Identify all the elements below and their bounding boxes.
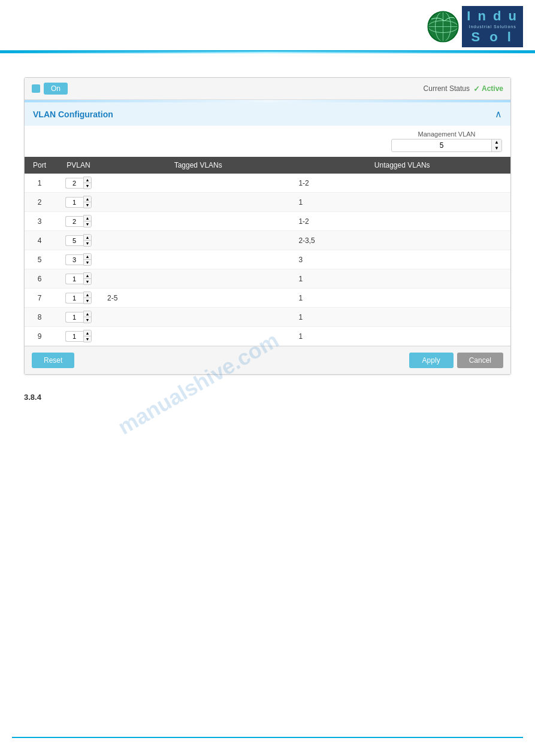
pvlan-input-6[interactable]: [65, 293, 83, 303]
pvlan-up-6[interactable]: ▲: [84, 292, 92, 298]
tagged-cell: [102, 231, 294, 250]
tagged-cell: [102, 250, 294, 269]
pvlan-down-8[interactable]: ▼: [84, 336, 92, 342]
port-cell: 6: [25, 269, 55, 289]
management-vlan-spinner-btns: ▲ ▼: [491, 139, 501, 151]
tagged-cell: [102, 212, 294, 231]
chevron-up-icon[interactable]: ∧: [495, 108, 502, 120]
col-pvlan: PVLAN: [55, 157, 102, 174]
tagged-cell: [102, 327, 294, 346]
check-icon: ✓: [473, 84, 480, 93]
port-cell: 7: [25, 289, 55, 308]
tagged-cell: [102, 174, 294, 193]
pvlan-cell: ▲ ▼: [55, 308, 102, 327]
table-row: 7 ▲ ▼ 2-51: [25, 289, 510, 308]
vlan-table: Port PVLAN Tagged VLANs Untagged VLANs 1…: [25, 157, 510, 346]
port-cell: 3: [25, 212, 55, 231]
page-content: On Current Status ✓ Active VLAN Configur…: [0, 53, 535, 414]
pvlan-up-8[interactable]: ▲: [84, 330, 92, 336]
table-row: 3 ▲ ▼ 1-2: [25, 212, 510, 231]
table-row: 9 ▲ ▼ 1: [25, 327, 510, 346]
pvlan-input-8[interactable]: [65, 331, 83, 342]
table-row: 6 ▲ ▼ 1: [25, 269, 510, 289]
pvlan-cell: ▲ ▼: [55, 289, 102, 308]
right-actions: Apply Cancel: [409, 353, 503, 368]
port-cell: 9: [25, 327, 55, 346]
pvlan-cell: ▲ ▼: [55, 269, 102, 289]
pvlan-down-1[interactable]: ▼: [84, 202, 92, 208]
port-cell: 2: [25, 193, 55, 212]
pvlan-input-3[interactable]: [65, 235, 83, 246]
logo-indu: I n d u: [467, 8, 518, 24]
untagged-cell: 2-3,5: [294, 231, 510, 250]
col-tagged: Tagged VLANs: [102, 157, 294, 174]
management-vlan-down[interactable]: ▼: [492, 145, 501, 151]
untagged-cell: 1: [294, 193, 510, 212]
pvlan-down-4[interactable]: ▼: [84, 260, 92, 265]
untagged-cell: 1: [294, 289, 510, 308]
status-active: ✓ Active: [473, 84, 503, 93]
pvlan-up-7[interactable]: ▲: [84, 311, 92, 317]
apply-button[interactable]: Apply: [409, 353, 454, 368]
management-vlan-up[interactable]: ▲: [492, 139, 501, 145]
cancel-button[interactable]: Cancel: [457, 353, 503, 368]
status-label: Current Status: [424, 84, 470, 93]
pvlan-input-4[interactable]: [65, 254, 83, 265]
page-header: I n d u Industrial Solutions S o l: [0, 0, 535, 51]
vlan-panel: On Current Status ✓ Active VLAN Configur…: [24, 77, 511, 375]
port-cell: 5: [25, 250, 55, 269]
status-value: Active: [482, 84, 503, 93]
col-untagged: Untagged VLANs: [294, 157, 510, 174]
table-row: 5 ▲ ▼ 3: [25, 250, 510, 269]
logo: I n d u Industrial Solutions S o l: [427, 6, 523, 47]
untagged-cell: 1-2: [294, 212, 510, 231]
pvlan-cell: ▲ ▼: [55, 327, 102, 346]
pvlan-input-2[interactable]: [65, 216, 83, 227]
pvlan-down-0[interactable]: ▼: [84, 183, 92, 189]
pvlan-down-7[interactable]: ▼: [84, 317, 92, 323]
logo-tagline: Industrial Solutions: [469, 25, 516, 29]
tagged-cell: [102, 269, 294, 289]
untagged-cell: 1: [294, 327, 510, 346]
pvlan-down-3[interactable]: ▼: [84, 241, 92, 246]
table-row: 1 ▲ ▼ 1-2: [25, 174, 510, 193]
table-row: 4 ▲ ▼ 2-3,5: [25, 231, 510, 250]
pvlan-input-7[interactable]: [65, 312, 83, 323]
table-row: 8 ▲ ▼ 1: [25, 308, 510, 327]
table-row: 2 ▲ ▼ 1: [25, 193, 510, 212]
page-footer: [12, 737, 523, 738]
pvlan-input-0[interactable]: [65, 178, 83, 189]
tagged-cell: [102, 193, 294, 212]
pvlan-down-5[interactable]: ▼: [84, 279, 92, 284]
pvlan-up-1[interactable]: ▲: [84, 196, 92, 202]
port-cell: 8: [25, 308, 55, 327]
pvlan-cell: ▲ ▼: [55, 250, 102, 269]
pvlan-down-6[interactable]: ▼: [84, 298, 92, 303]
tagged-cell: 2-5: [102, 289, 294, 308]
pvlan-up-2[interactable]: ▲: [84, 215, 92, 221]
pvlan-up-5[interactable]: ▲: [84, 273, 92, 279]
toggle-indicator: [32, 84, 40, 93]
port-cell: 1: [25, 174, 55, 193]
pvlan-cell: ▲ ▼: [55, 174, 102, 193]
logo-sol: S o l: [471, 29, 513, 45]
tagged-cell: [102, 308, 294, 327]
reset-button[interactable]: Reset: [32, 353, 74, 368]
pvlan-up-3[interactable]: ▲: [84, 235, 92, 241]
management-vlan-control: Management VLAN ▲ ▼: [391, 130, 502, 152]
pvlan-cell: ▲ ▼: [55, 231, 102, 250]
pvlan-up-4[interactable]: ▲: [84, 254, 92, 260]
management-vlan-area: Management VLAN ▲ ▼: [25, 126, 510, 157]
section-header: VLAN Configuration ∧: [25, 102, 510, 126]
toggle-label: On: [51, 84, 61, 93]
pvlan-input-5[interactable]: [65, 274, 83, 284]
pvlan-up-0[interactable]: ▲: [84, 177, 92, 183]
on-toggle-button[interactable]: On: [44, 83, 68, 95]
management-vlan-spinner: ▲ ▼: [391, 139, 502, 152]
panel-actions: Reset Apply Cancel: [25, 346, 510, 374]
pvlan-input-1[interactable]: [65, 197, 83, 208]
management-vlan-input[interactable]: [392, 140, 491, 151]
panel-topbar: On Current Status ✓ Active: [25, 78, 510, 100]
pvlan-down-2[interactable]: ▼: [84, 221, 92, 227]
section-title: VLAN Configuration: [33, 110, 113, 119]
